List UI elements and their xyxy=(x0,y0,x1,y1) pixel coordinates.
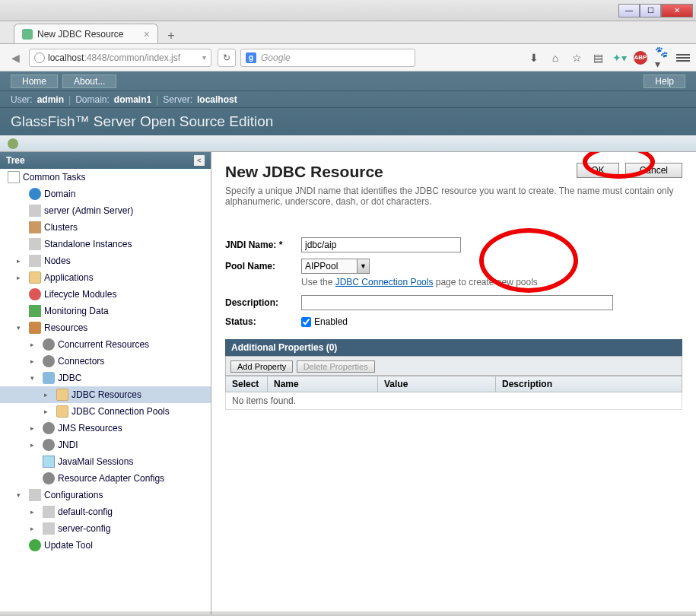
search-bar[interactable]: g Google xyxy=(240,49,415,67)
resources-icon xyxy=(29,322,41,334)
col-value: Value xyxy=(378,376,496,392)
pool-name-value: AIPPool xyxy=(305,261,338,271)
connector-icon xyxy=(43,355,55,367)
server-value: localhost xyxy=(197,94,237,105)
tree-item-jdbc[interactable]: ▾JDBC xyxy=(0,370,211,386)
update-icon xyxy=(29,539,41,551)
back-button[interactable]: ◀ xyxy=(6,49,24,67)
delete-properties-button[interactable]: Delete Properties xyxy=(297,360,375,373)
domain-value: domain1 xyxy=(114,94,151,105)
tree-item-jms[interactable]: ▸JMS Resources xyxy=(0,420,211,437)
tree-item-nodes[interactable]: ▸Nodes xyxy=(0,252,211,269)
user-value: admin xyxy=(37,94,64,105)
page-title: New JDBC Resource xyxy=(225,163,383,181)
monitor-icon xyxy=(29,305,41,317)
tree-item-update-tool[interactable]: Update Tool xyxy=(0,537,211,554)
dropdown-icon[interactable]: ▾ xyxy=(202,53,206,62)
jndi-name-input[interactable] xyxy=(301,237,461,252)
tree-item-resources[interactable]: ▾Resources xyxy=(0,319,211,336)
tree-root[interactable]: Common Tasks xyxy=(0,169,211,186)
ok-button[interactable]: OK xyxy=(577,163,618,178)
window-titlebar: — ☐ ✕ xyxy=(0,0,696,21)
add-property-button[interactable]: Add Property xyxy=(230,360,293,373)
tree-item-domain[interactable]: Domain xyxy=(0,186,211,202)
chevron-down-icon: ▼ xyxy=(357,259,369,273)
tree-header: Tree < xyxy=(0,152,211,169)
new-tab-button[interactable]: + xyxy=(163,28,180,43)
search-placeholder: Google xyxy=(261,52,291,63)
site-identity-icon xyxy=(34,52,45,63)
folder-icon xyxy=(56,389,68,401)
addon-icon[interactable]: 🐾▾ xyxy=(655,51,669,65)
tree-item-concurrent[interactable]: ▸Concurrent Resources xyxy=(0,336,211,353)
content-panel: New JDBC Resource OK Cancel Specify a un… xyxy=(211,152,696,614)
tree-item-connectors[interactable]: ▸Connectors xyxy=(0,353,211,370)
bookmark-icon[interactable]: ☆ xyxy=(570,51,583,65)
config-icon xyxy=(29,489,41,501)
tree-item-lifecycle[interactable]: Lifecycle Modules xyxy=(0,286,211,303)
page-description: Specify a unique JNDI name that identifi… xyxy=(225,186,682,207)
url-host: localhost xyxy=(48,52,84,63)
hamburger-menu-icon[interactable] xyxy=(676,54,690,62)
tree-item-server-config[interactable]: ▸server-config xyxy=(0,520,211,537)
glassfish-iconbar xyxy=(0,135,696,152)
col-name: Name xyxy=(268,376,378,392)
home-world-icon[interactable] xyxy=(8,138,18,149)
window-close-button[interactable]: ✕ xyxy=(661,4,693,17)
url-bar[interactable]: localhost:4848/common/index.jsf ▾ xyxy=(29,49,211,67)
node-icon xyxy=(29,255,41,267)
adapter-icon xyxy=(43,472,55,484)
browser-tab[interactable]: New JDBC Resource × xyxy=(14,24,158,43)
tab-title: New JDBC Resource xyxy=(37,29,138,40)
app-icon xyxy=(8,171,20,183)
tree-item-server[interactable]: server (Admin Server) xyxy=(0,202,211,219)
tree-item-clusters[interactable]: Clusters xyxy=(0,219,211,236)
tree-item-javamail[interactable]: JavaMail Sessions xyxy=(0,453,211,470)
tree-collapse-button[interactable]: < xyxy=(194,155,205,166)
pool-name-select[interactable]: AIPPool ▼ xyxy=(301,259,370,274)
pool-hint: Use the JDBC Connection Pools page to cr… xyxy=(301,277,682,287)
tree-item-applications[interactable]: ▸Applications xyxy=(0,269,211,286)
clipboard-icon[interactable]: ▤ xyxy=(591,51,605,65)
tab-favicon-icon xyxy=(22,29,33,40)
tree-item-default-config[interactable]: ▸default-config xyxy=(0,503,211,520)
tree-item-resource-adapter[interactable]: Resource Adapter Configs xyxy=(0,470,211,487)
reload-button[interactable]: ↻ xyxy=(218,49,236,67)
folder-icon xyxy=(56,405,68,418)
url-port: :4848 xyxy=(84,52,106,63)
status-label: Status: xyxy=(225,316,301,327)
about-button[interactable]: About... xyxy=(62,75,116,88)
tree-item-jdbc-pools[interactable]: ▸JDBC Connection Pools xyxy=(0,403,211,420)
lifecycle-icon xyxy=(29,288,41,300)
tree-item-monitoring[interactable]: Monitoring Data xyxy=(0,303,211,319)
tree-item-standalone[interactable]: Standalone Instances xyxy=(0,236,211,252)
jdbc-pools-link[interactable]: JDBC Connection Pools xyxy=(335,277,434,287)
window-minimize-button[interactable]: — xyxy=(618,4,640,17)
additional-properties-header: Additional Properties (0) xyxy=(225,339,682,356)
enabled-checkbox[interactable] xyxy=(301,317,311,327)
browser-tab-strip: New JDBC Resource × + xyxy=(0,21,696,44)
tree-item-configurations[interactable]: ▾Configurations xyxy=(0,487,211,503)
help-button[interactable]: Help xyxy=(644,75,685,88)
user-label: User: xyxy=(11,94,33,105)
tree-sidebar: Tree < Common Tasks Domain server (Admin… xyxy=(0,152,211,614)
tab-close-icon[interactable]: × xyxy=(144,28,150,40)
home-button[interactable]: Home xyxy=(11,75,58,88)
share-icon[interactable]: ✦▾ xyxy=(612,51,626,65)
adblock-icon[interactable]: ABP xyxy=(634,51,647,65)
server-label: Server: xyxy=(163,94,192,105)
config-item-icon xyxy=(43,522,55,535)
empty-row: No items found. xyxy=(226,392,682,410)
enabled-checkbox-label[interactable]: Enabled xyxy=(301,316,348,327)
cancel-button[interactable]: Cancel xyxy=(625,163,682,178)
description-input[interactable] xyxy=(301,295,613,310)
window-maximize-button[interactable]: ☐ xyxy=(640,4,661,17)
download-icon[interactable]: ⬇ xyxy=(527,51,541,65)
home-icon[interactable]: ⌂ xyxy=(548,51,562,65)
google-icon: g xyxy=(246,52,256,63)
tree-item-jndi[interactable]: ▸JNDI xyxy=(0,437,211,453)
col-select: Select xyxy=(226,376,268,392)
tree-header-label: Tree xyxy=(6,155,25,166)
tree-item-jdbc-resources[interactable]: ▸JDBC Resources xyxy=(0,386,211,403)
mail-icon xyxy=(43,456,55,468)
